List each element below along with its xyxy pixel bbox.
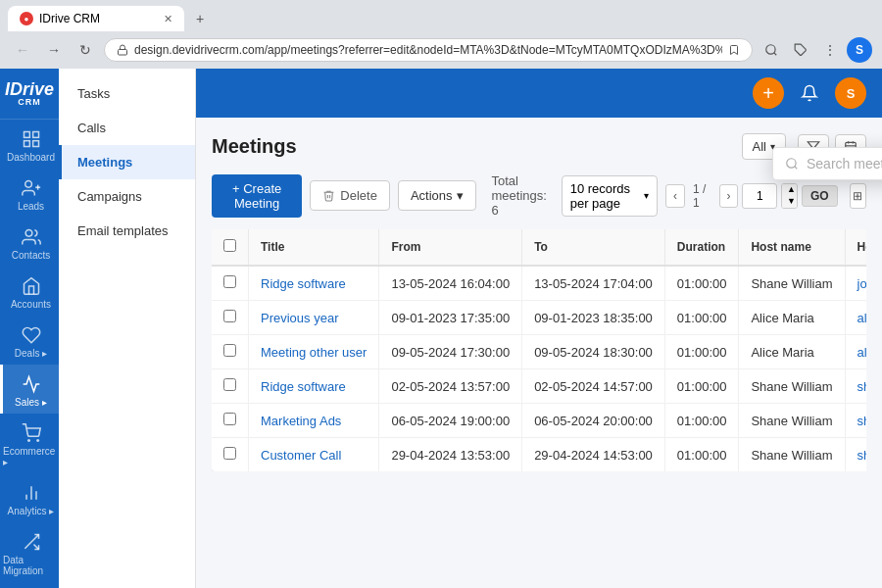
row-host-name: Shane William	[739, 438, 845, 472]
next-page-btn[interactable]: ›	[719, 184, 739, 208]
page-step-down-btn[interactable]: ▼	[782, 196, 797, 208]
actions-btn[interactable]: Actions ▾	[398, 180, 476, 211]
sidebar-item-ecommerce[interactable]: Ecommerce ▸	[0, 414, 59, 473]
svg-rect-7	[32, 141, 38, 147]
global-add-btn[interactable]: +	[753, 77, 784, 109]
address-bar[interactable]	[104, 38, 753, 62]
lock-icon	[117, 44, 128, 56]
row-title[interactable]: Ridge software	[249, 266, 379, 301]
row-host-email: john@gmail.com	[845, 266, 866, 301]
toolbar: + Create Meeting Delete Actions ▾ Total …	[212, 173, 866, 218]
select-all-checkbox[interactable]	[223, 239, 236, 252]
extensions-btn[interactable]	[788, 37, 813, 63]
bookmark-icon	[728, 44, 740, 56]
row-title[interactable]: Meeting other user	[249, 335, 379, 369]
row-host-email-link[interactable]: shane@gmail.com	[858, 448, 866, 463]
sidebar-item-leads[interactable]: Leads	[0, 169, 59, 218]
row-from: 09-01-2023 17:35:00	[379, 301, 522, 335]
table-header-row: Title From To Duration Host name Host em…	[212, 229, 866, 266]
th-host-email[interactable]: Host email	[845, 229, 866, 266]
sidebar-item-analytics[interactable]: Analytics ▸	[0, 473, 59, 522]
url-input[interactable]	[134, 43, 722, 57]
row-from: 13-05-2024 16:04:00	[379, 266, 522, 301]
row-to: 13-05-2024 17:04:00	[522, 266, 665, 301]
row-checkbox-5[interactable]	[223, 447, 236, 460]
row-host-email-link[interactable]: alicemeria20@gmail....	[858, 345, 866, 360]
row-checkbox-0[interactable]	[223, 275, 236, 288]
row-host-name: Alice Maria	[739, 335, 845, 369]
row-title[interactable]: Ridge software	[249, 369, 379, 404]
sidebar-item-contacts[interactable]: Contacts	[0, 218, 59, 267]
row-from: 06-05-2024 19:00:00	[379, 404, 522, 438]
th-to[interactable]: To	[522, 229, 665, 266]
page-number-input[interactable]	[742, 183, 777, 209]
row-checkbox-1[interactable]	[223, 310, 236, 322]
main-content: + S Meetings All ▾	[196, 69, 882, 588]
row-host-name: Shane William	[739, 404, 845, 438]
meetings-table: Title From To Duration Host name Host em…	[212, 229, 866, 471]
row-to: 29-04-2024 14:53:00	[522, 438, 665, 472]
row-title[interactable]: Customer Call	[249, 438, 379, 472]
secondary-nav-calls[interactable]: Calls	[59, 111, 195, 145]
tab-close-btn[interactable]: ✕	[164, 13, 172, 25]
table-row: Previous year 09-01-2023 17:35:00 09-01-…	[212, 301, 866, 335]
secondary-nav-campaigns[interactable]: Campaigns	[59, 179, 195, 214]
svg-point-1	[766, 45, 775, 54]
sidebar-item-sales[interactable]: Sales ▸	[0, 365, 59, 414]
th-title[interactable]: Title	[249, 229, 379, 266]
row-duration: 01:00:00	[664, 404, 739, 438]
th-duration[interactable]: Duration	[664, 229, 739, 266]
delete-btn[interactable]: Delete	[310, 180, 390, 211]
sidebar-label-analytics: Analytics ▸	[8, 506, 55, 516]
page-step-up-btn[interactable]: ▲	[782, 184, 797, 196]
th-host-name[interactable]: Host name	[739, 229, 845, 266]
sidebar-item-deals[interactable]: Deals ▸	[0, 316, 59, 365]
browser-tab[interactable]: ● IDrive CRM ✕	[8, 6, 184, 31]
forward-btn[interactable]: →	[41, 37, 67, 63]
go-btn[interactable]: GO	[802, 185, 838, 207]
row-host-email-link[interactable]: john@gmail.com	[858, 276, 866, 291]
per-page-select[interactable]: 10 records per page ▾	[562, 175, 659, 217]
row-host-email-link[interactable]: shane@gmail.com	[858, 379, 866, 394]
user-avatar[interactable]: S	[835, 77, 866, 109]
row-checkbox-3[interactable]	[223, 378, 236, 391]
svg-rect-0	[119, 50, 127, 56]
row-host-name: Shane William	[739, 266, 845, 301]
th-from[interactable]: From	[379, 229, 522, 266]
refresh-btn[interactable]: ↻	[73, 37, 98, 63]
row-title[interactable]: Marketing Ads	[249, 404, 379, 438]
svg-point-20	[787, 158, 796, 167]
row-to: 09-05-2024 18:30:00	[522, 335, 665, 369]
prev-page-btn[interactable]: ‹	[665, 184, 685, 208]
secondary-nav-tasks[interactable]: Tasks	[59, 76, 195, 111]
row-title[interactable]: Previous year	[249, 301, 379, 335]
settings-browser-btn[interactable]: ⋮	[817, 37, 843, 63]
sidebar-label-contacts: Contacts	[12, 250, 50, 261]
row-checkbox-2[interactable]	[223, 344, 236, 357]
sidebar-item-data-migration[interactable]: Data Migration	[0, 522, 59, 582]
browser-profile-avatar[interactable]: S	[847, 37, 872, 63]
table-wrapper: Title From To Duration Host name Host em…	[212, 229, 866, 471]
app-container: IDrive CRM Dashboard Leads Contacts Acco…	[0, 69, 882, 588]
row-checkbox-cell	[212, 404, 249, 438]
secondary-nav-meetings[interactable]: Meetings	[59, 145, 195, 179]
search-input[interactable]	[807, 156, 882, 172]
sidebar-item-dashboard[interactable]: Dashboard	[0, 120, 59, 169]
sidebar-label-accounts: Accounts	[11, 299, 51, 310]
browser-action-icons: ⋮ S	[759, 37, 872, 63]
new-tab-btn[interactable]: +	[188, 7, 212, 30]
row-checkbox-4[interactable]	[223, 413, 236, 425]
table-body: Ridge software 13-05-2024 16:04:00 13-05…	[212, 266, 866, 471]
create-meeting-btn[interactable]: + Create Meeting	[212, 174, 302, 218]
column-settings-btn[interactable]: ⊞	[850, 183, 866, 209]
search-browser-btn[interactable]	[759, 37, 784, 63]
back-btn[interactable]: ←	[10, 37, 35, 63]
row-host-email-link[interactable]: alicemeria20@gmail....	[858, 311, 866, 325]
sidebar-item-settings[interactable]: Settings ▸	[0, 582, 59, 588]
sidebar-item-accounts[interactable]: Accounts	[0, 267, 59, 316]
row-host-email-link[interactable]: shane@gmail.com	[858, 414, 866, 428]
row-duration: 01:00:00	[664, 369, 739, 404]
notifications-btn[interactable]	[794, 77, 825, 109]
secondary-nav-email-templates[interactable]: Email templates	[59, 214, 195, 248]
row-host-email: shane@gmail.com	[845, 404, 866, 438]
